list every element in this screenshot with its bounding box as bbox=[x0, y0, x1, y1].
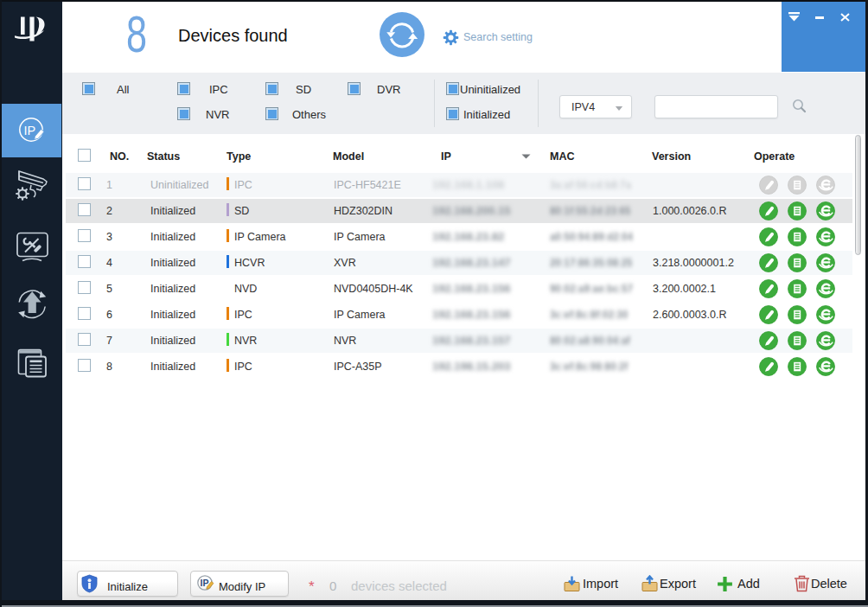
svg-text:IP: IP bbox=[24, 124, 36, 137]
